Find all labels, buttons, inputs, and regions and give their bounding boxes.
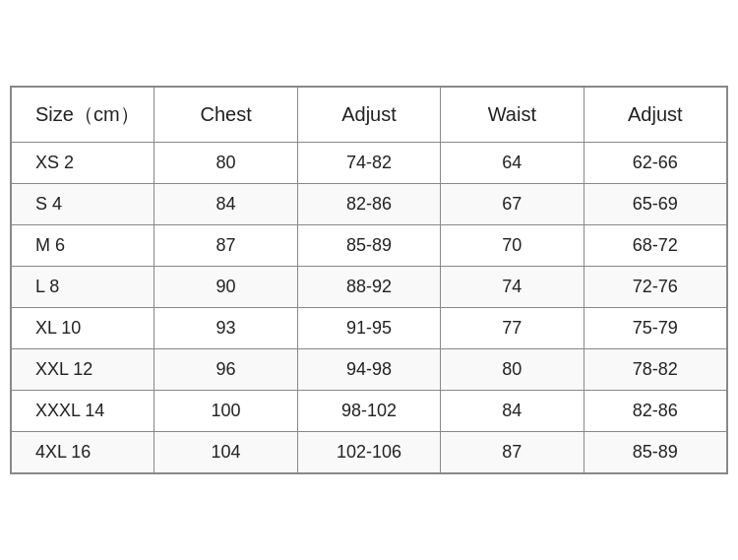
header-adjust2: Adjust xyxy=(584,88,726,143)
size-chart-table: Size（cm） Chest Adjust Waist Adjust XS 28… xyxy=(11,87,727,473)
cell-adjust2-3: 72-76 xyxy=(584,267,726,308)
cell-waist-1: 67 xyxy=(441,184,584,225)
cell-adjust2-7: 85-89 xyxy=(584,432,726,473)
cell-waist-3: 74 xyxy=(441,267,584,308)
cell-chest-6: 100 xyxy=(154,391,297,432)
cell-size-1: S 4 xyxy=(12,184,154,225)
cell-waist-5: 80 xyxy=(441,349,584,391)
table-row: XL 109391-957775-79 xyxy=(12,308,727,349)
header-size: Size（cm） xyxy=(12,88,154,143)
size-chart-container: Size（cm） Chest Adjust Waist Adjust XS 28… xyxy=(10,86,728,474)
cell-waist-2: 70 xyxy=(441,225,584,267)
cell-adjust2-5: 78-82 xyxy=(584,349,726,391)
cell-adjust2-1: 65-69 xyxy=(584,184,726,225)
cell-chest-5: 96 xyxy=(154,349,297,391)
cell-size-4: XL 10 xyxy=(12,308,154,349)
cell-adjust1-5: 94-98 xyxy=(297,349,440,391)
cell-size-0: XS 2 xyxy=(12,143,154,184)
cell-adjust1-4: 91-95 xyxy=(297,308,440,349)
cell-size-5: XXL 12 xyxy=(12,349,154,391)
cell-adjust2-2: 68-72 xyxy=(584,225,726,267)
cell-chest-4: 93 xyxy=(154,308,297,349)
cell-adjust1-1: 82-86 xyxy=(297,184,440,225)
cell-adjust2-4: 75-79 xyxy=(584,308,726,349)
cell-waist-7: 87 xyxy=(441,432,584,473)
cell-size-7: 4XL 16 xyxy=(12,432,154,473)
cell-adjust1-0: 74-82 xyxy=(297,143,440,184)
table-row: S 48482-866765-69 xyxy=(12,184,727,225)
header-chest: Chest xyxy=(154,88,297,143)
table-row: XS 28074-826462-66 xyxy=(12,143,727,184)
cell-adjust1-2: 85-89 xyxy=(297,225,440,267)
cell-chest-3: 90 xyxy=(154,267,297,308)
cell-chest-0: 80 xyxy=(154,143,297,184)
cell-adjust1-6: 98-102 xyxy=(297,391,440,432)
cell-chest-2: 87 xyxy=(154,225,297,267)
cell-waist-6: 84 xyxy=(441,391,584,432)
header-adjust1: Adjust xyxy=(297,88,440,143)
table-row: XXL 129694-988078-82 xyxy=(12,349,727,391)
cell-adjust1-7: 102-106 xyxy=(297,432,440,473)
cell-waist-0: 64 xyxy=(441,143,584,184)
cell-adjust2-0: 62-66 xyxy=(584,143,726,184)
cell-chest-1: 84 xyxy=(154,184,297,225)
table-header-row: Size（cm） Chest Adjust Waist Adjust xyxy=(12,88,727,143)
table-row: L 89088-927472-76 xyxy=(12,267,727,308)
table-row: XXXL 1410098-1028482-86 xyxy=(12,391,727,432)
cell-size-2: M 6 xyxy=(12,225,154,267)
cell-waist-4: 77 xyxy=(441,308,584,349)
cell-size-6: XXXL 14 xyxy=(12,391,154,432)
cell-adjust2-6: 82-86 xyxy=(584,391,726,432)
table-row: M 68785-897068-72 xyxy=(12,225,727,267)
cell-chest-7: 104 xyxy=(154,432,297,473)
cell-size-3: L 8 xyxy=(12,267,154,308)
cell-adjust1-3: 88-92 xyxy=(297,267,440,308)
header-waist: Waist xyxy=(441,88,584,143)
table-row: 4XL 16104102-1068785-89 xyxy=(12,432,727,473)
